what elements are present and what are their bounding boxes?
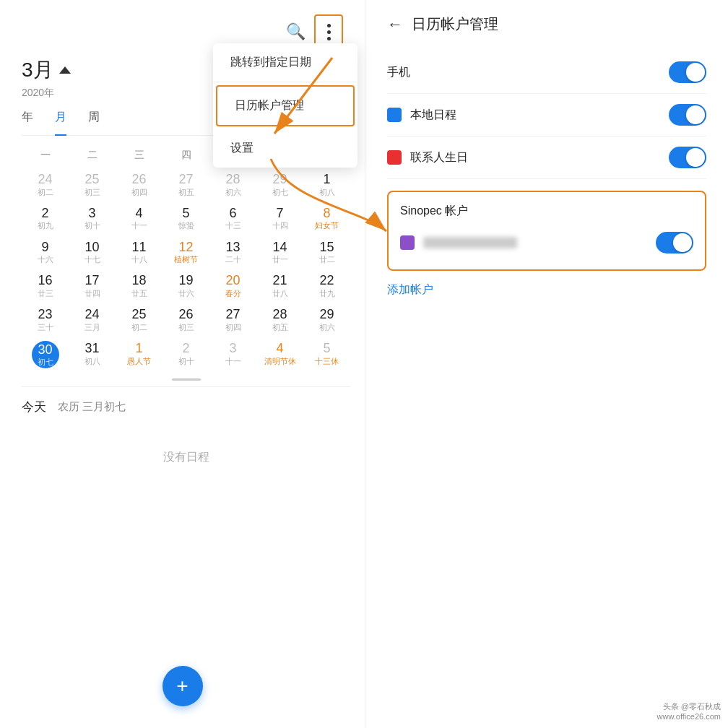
calendar-day[interactable]: 4十一 <box>116 203 162 234</box>
calendar-week-4: 23三十24三月25初二26初三27初四28初五29初六 <box>22 304 350 335</box>
phone-label: 手机 <box>387 65 410 80</box>
calendar-day[interactable]: 25初二 <box>116 304 162 335</box>
day-header-wed: 三 <box>116 146 162 165</box>
tab-year[interactable]: 年 <box>22 110 33 129</box>
no-events-label: 没有日程 <box>22 421 350 494</box>
calendar-weeks: 24初二25初三26初四27初五28初六29初七1初八2初九3初十4十一5惊蛰6… <box>22 169 350 373</box>
calendar-day[interactable]: 1初八 <box>303 169 350 200</box>
today-row: 今天 农历 三月初七 <box>22 386 350 421</box>
calendar-day[interactable]: 2初九 <box>22 203 69 234</box>
local-calendar-color <box>387 108 402 122</box>
calendar-week-5: 30初七31初八1愚人节2初十3十一4清明节休5十三休 <box>22 338 350 373</box>
calendar-day[interactable]: 15廿二 <box>303 237 350 268</box>
calendar-day[interactable]: 29初六 <box>303 304 350 335</box>
local-calendar-label: 本地日程 <box>410 108 456 123</box>
calendar-day[interactable]: 11十八 <box>116 237 162 268</box>
calendar-day[interactable]: 13二十 <box>209 237 256 268</box>
calendar-day[interactable]: 29初七 <box>256 169 303 200</box>
calendar-day[interactable]: 6十三 <box>209 203 256 234</box>
calendar-grid: 一 二 三 四 五 六 日 24初二25初三26初四27初五28初六29初七1初… <box>22 146 350 373</box>
calendar-day[interactable]: 7十四 <box>256 203 303 234</box>
calendar-day[interactable]: 28初五 <box>256 304 303 335</box>
day-header-thu: 四 <box>162 146 209 165</box>
calendar-day[interactable]: 19廿六 <box>162 270 209 301</box>
today-label: 今天 <box>22 399 46 415</box>
calendar-day[interactable]: 12植树节 <box>162 237 209 268</box>
calendar-day[interactable]: 3十一 <box>209 338 256 373</box>
calendar-day[interactable]: 5惊蛰 <box>162 203 209 234</box>
calendar-day[interactable]: 31初八 <box>69 338 116 373</box>
right-panel: ← 日历帐户管理 手机 本地日程 联系人生日 Sinopec 帐户 <box>365 0 728 728</box>
month-title: 3月 <box>22 56 53 84</box>
calendar-day[interactable]: 25初三 <box>69 169 116 200</box>
calendar-day[interactable]: 5十三休 <box>303 338 350 373</box>
lunar-date: 农历 三月初七 <box>58 400 126 414</box>
day-header-mon: 一 <box>22 146 69 165</box>
calendar-day[interactable]: 8妇女节 <box>303 203 350 234</box>
sinopec-card: Sinopec 帐户 <box>387 191 706 271</box>
phone-row: 手机 <box>387 51 706 94</box>
calendar-day[interactable]: 28初六 <box>209 169 256 200</box>
add-event-fab[interactable]: + <box>162 666 203 706</box>
calendar-week-3: 16廿三17廿四18廿五19廿六20春分21廿八22廿九 <box>22 270 350 301</box>
dropdown-item-calendar-accounts[interactable]: 日历帐户管理 <box>216 85 355 126</box>
contacts-birthday-row: 联系人生日 <box>387 136 706 179</box>
calendar-day[interactable]: 26初四 <box>116 169 162 200</box>
calendar-day[interactable]: 30初七 <box>22 338 69 373</box>
calendar-day[interactable]: 2初十 <box>162 338 209 373</box>
calendar-day[interactable]: 27初五 <box>162 169 209 200</box>
right-header: ← 日历帐户管理 <box>387 14 706 34</box>
calendar-day[interactable]: 16廿三 <box>22 270 69 301</box>
calendar-day[interactable]: 24三月 <box>69 304 116 335</box>
sinopec-account-row <box>400 228 693 258</box>
calendar-day[interactable]: 27初四 <box>209 304 256 335</box>
calendar-week-2: 9十六10十七11十八12植树节13二十14廿一15廿二 <box>22 237 350 268</box>
calendar-day[interactable]: 22廿九 <box>303 270 350 301</box>
month-dropdown-arrow[interactable] <box>59 66 71 74</box>
calendar-day[interactable]: 24初二 <box>22 169 69 200</box>
sinopec-title: Sinopec 帐户 <box>400 204 693 219</box>
dropdown-item-jump[interactable]: 跳转到指定日期 <box>213 43 358 82</box>
watermark-line2: www.office26.com <box>657 712 721 721</box>
page-title: 日历帐户管理 <box>412 14 498 34</box>
birthday-toggle[interactable] <box>669 147 706 168</box>
watermark: 头条 @零石秋成 www.office26.com <box>657 701 721 721</box>
scroll-indicator <box>22 378 350 381</box>
dropdown-menu: 跳转到指定日期 日历帐户管理 设置 <box>213 43 358 168</box>
calendar-day[interactable]: 26初三 <box>162 304 209 335</box>
local-calendar-toggle[interactable] <box>669 104 706 126</box>
calendar-day[interactable]: 21廿八 <box>256 270 303 301</box>
calendar-week-1: 2初九3初十4十一5惊蛰6十三7十四8妇女节 <box>22 203 350 234</box>
calendar-day[interactable]: 1愚人节 <box>116 338 162 373</box>
sinopec-color-dot <box>400 235 415 250</box>
calendar-day[interactable]: 14廿一 <box>256 237 303 268</box>
calendar-day[interactable]: 9十六 <box>22 237 69 268</box>
birthday-label: 联系人生日 <box>410 150 468 165</box>
day-header-tue: 二 <box>69 146 116 165</box>
sinopec-toggle[interactable] <box>656 232 693 254</box>
tab-month[interactable]: 月 <box>55 110 66 136</box>
calendar-week-0: 24初二25初三26初四27初五28初六29初七1初八 <box>22 169 350 200</box>
local-calendar-row: 本地日程 <box>387 94 706 136</box>
add-icon: + <box>176 676 188 696</box>
calendar-day[interactable]: 4清明节休 <box>256 338 303 373</box>
calendar-day[interactable]: 20春分 <box>209 270 256 301</box>
back-button[interactable]: ← <box>387 15 403 34</box>
three-dots-icon <box>327 24 331 40</box>
calendar-day[interactable]: 17廿四 <box>69 270 116 301</box>
phone-toggle[interactable] <box>669 61 706 83</box>
sinopec-email <box>423 237 517 248</box>
calendar-day[interactable]: 18廿五 <box>116 270 162 301</box>
calendar-day[interactable]: 3初十 <box>69 203 116 234</box>
search-icon[interactable]: 🔍 <box>286 22 306 41</box>
calendar-day[interactable]: 23三十 <box>22 304 69 335</box>
add-account-button[interactable]: 添加帐户 <box>387 271 706 309</box>
tab-week[interactable]: 周 <box>88 110 100 129</box>
calendar-day[interactable]: 10十七 <box>69 237 116 268</box>
birthday-color <box>387 150 402 165</box>
dropdown-item-settings[interactable]: 设置 <box>213 129 358 168</box>
watermark-line1: 头条 @零石秋成 <box>657 701 721 712</box>
